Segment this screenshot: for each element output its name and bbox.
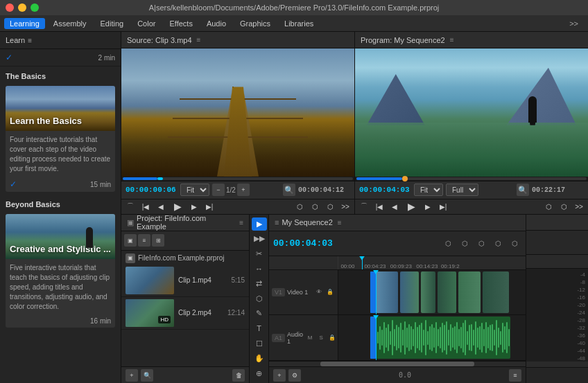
tl-tool-3[interactable]: ⬡ <box>474 236 488 250</box>
source-insert-btn[interactable]: ⬡ <box>309 200 321 213</box>
tutorial-card-creative[interactable]: Creative and Stylistic ... Five interact… <box>6 214 115 328</box>
maximize-button[interactable] <box>31 3 39 12</box>
tl-tool-5[interactable]: ⬡ <box>508 236 521 250</box>
tool-rect-btn[interactable]: ☐ <box>252 337 267 350</box>
timeline-scrollbar-thumb[interactable] <box>320 362 474 366</box>
source-play-btn[interactable]: ▶ <box>170 199 185 214</box>
timeline-timecode[interactable]: 00:00:04:03 <box>273 238 333 249</box>
menu-item-audio[interactable]: Audio <box>201 18 232 29</box>
learn-check-icon: ✓ <box>6 53 12 62</box>
menu-item-editing[interactable]: Editing <box>95 18 130 29</box>
basics-card-desc: Four interactive tutorials that cover ea… <box>10 131 111 178</box>
learn-menu-icon[interactable]: ≡ <box>28 37 32 44</box>
menu-item-graphics[interactable]: Graphics <box>234 18 276 29</box>
tool-rate-btn[interactable]: ⇄ <box>252 277 267 291</box>
project-new-bin-btn[interactable]: ▣ <box>124 234 137 247</box>
tool-hand-btn[interactable]: ✋ <box>252 352 267 366</box>
tool-select-btn[interactable]: ▶ <box>252 217 267 231</box>
video-lock-btn[interactable]: 🔒 <box>325 287 335 297</box>
audio-lock-btn[interactable]: 🔒 <box>327 333 337 343</box>
menu-item-color[interactable]: Color <box>132 18 161 29</box>
source-back-btn[interactable]: ◀ <box>155 200 167 213</box>
tool-slip-btn[interactable]: ⬡ <box>252 292 267 306</box>
project-icon-btn[interactable]: ⊞ <box>152 234 164 247</box>
menu-more-button[interactable]: >> <box>564 18 584 29</box>
program-step-fwd-btn[interactable]: ▶| <box>437 200 449 213</box>
source-more-btn[interactable]: >> <box>339 200 352 213</box>
source-fit-select[interactable]: Fit <box>180 184 209 196</box>
project-search-btn[interactable]: 🔍 <box>141 369 153 382</box>
project-file-item[interactable]: ▣ FileInfo.com Example.prproj <box>121 252 249 265</box>
ruler-mark-4: 00:19:2 <box>441 263 460 269</box>
program-magnify-btn[interactable]: 🔍 <box>517 184 529 196</box>
program-export-btn[interactable]: ⬡ <box>542 200 555 213</box>
source-mark-in-btn[interactable]: ⌒ <box>124 200 137 213</box>
menu-item-libraries[interactable]: Libraries <box>279 18 319 29</box>
source-timecode[interactable]: 00:00:00:06 <box>126 186 178 194</box>
tool-ripple-btn[interactable]: ↔ <box>252 262 267 276</box>
source-step-back-btn[interactable]: |◀ <box>139 200 152 213</box>
project-delete-btn[interactable]: 🗑 <box>232 369 245 382</box>
tl-tool-4[interactable]: ⬡ <box>491 236 505 250</box>
tl-add-track-btn[interactable]: + <box>273 369 286 382</box>
menu-item-learning[interactable]: Learning <box>4 18 45 29</box>
project-list-btn[interactable]: ≡ <box>138 234 150 247</box>
source-forward-btn[interactable]: ▶ <box>188 200 200 213</box>
program-timecode[interactable]: 00:00:04:03 <box>359 186 411 194</box>
project-panel-header: ▣ Project: FileInfo.com Example ≡ <box>121 215 249 231</box>
program-quality-select[interactable]: Full <box>446 184 478 196</box>
tool-pen-btn[interactable]: ✎ <box>252 307 267 321</box>
tl-clip-5[interactable] <box>458 271 481 314</box>
program-more-btn[interactable]: >> <box>573 200 585 213</box>
program-step-back-btn[interactable]: |◀ <box>373 200 386 213</box>
a1-toggle[interactable]: A1 <box>272 334 285 342</box>
project-menu-icon[interactable]: ≡ <box>239 219 243 226</box>
program-monitor-menu-icon[interactable]: ≡ <box>450 36 454 44</box>
tl-clip-2[interactable] <box>400 271 419 314</box>
program-fit-select[interactable]: Fit <box>414 184 443 196</box>
tl-clip-4[interactable] <box>438 271 456 314</box>
tl-settings2-btn[interactable]: ≡ <box>509 369 521 382</box>
timeline-menu-icon[interactable]: ≡ <box>338 219 342 226</box>
menu-item-assembly[interactable]: Assembly <box>48 18 92 29</box>
title-bar: A|sers/kellenbloom/Documents/Adobe/Premi… <box>0 0 588 15</box>
program-play-btn[interactable]: ▶ <box>404 199 419 214</box>
source-step-fwd-btn[interactable]: ▶| <box>203 200 216 213</box>
tl-settings-btn[interactable]: ⚙ <box>288 369 301 382</box>
audio-mute-btn[interactable]: M <box>305 333 315 343</box>
program-insert-btn[interactable]: ⬡ <box>557 200 570 213</box>
tl-clip-1[interactable] <box>376 271 398 314</box>
menu-item-effects[interactable]: Effects <box>164 18 198 29</box>
audio-clip-1[interactable] <box>376 317 510 359</box>
program-forward-btn[interactable]: ▶ <box>422 200 434 213</box>
program-mark-in-btn[interactable]: ⌒ <box>358 200 370 213</box>
right-panel: -4 -8 -12 -16 -20 -24 -28 -32 -36 -40 -4… <box>526 215 588 383</box>
source-monitor-menu-icon[interactable]: ≡ <box>197 36 201 44</box>
source-magnify-btn[interactable]: 🔍 <box>283 184 295 196</box>
source-export-btn[interactable]: ⬡ <box>293 200 306 213</box>
tool-razor-btn[interactable]: ✂ <box>252 247 267 261</box>
audio-solo-btn[interactable]: S <box>316 333 326 343</box>
tool-type-btn[interactable]: T <box>252 322 267 336</box>
timeline-scrollbar[interactable] <box>269 361 526 366</box>
tl-clip-6[interactable] <box>483 271 509 314</box>
tutorial-card-basics[interactable]: Learn the Basics Four interactive tutori… <box>6 86 115 192</box>
program-back-btn[interactable]: ◀ <box>388 200 401 213</box>
source-zoom-in-btn[interactable]: + <box>237 184 250 196</box>
source-zoom-out-btn[interactable]: − <box>212 184 225 196</box>
tool-track-select-btn[interactable]: ▶▶ <box>252 232 267 246</box>
project-add-btn[interactable]: + <box>126 369 138 382</box>
source-overwrite-btn[interactable]: ⬡ <box>324 200 336 213</box>
clip-row-2[interactable]: HD Clip 2.mp4 12:14 <box>121 297 249 330</box>
tl-clip-3[interactable] <box>421 271 436 314</box>
db-mark-2: -8 <box>580 279 585 285</box>
tl-tool-2[interactable]: ⬡ <box>458 236 472 250</box>
tl-tool-1[interactable]: ⬡ <box>441 236 455 250</box>
video-mute-btn[interactable]: 👁 <box>314 287 324 297</box>
v1-toggle[interactable]: V1 <box>272 288 285 296</box>
clip-row-1[interactable]: Clip 1.mp4 5:15 <box>121 265 249 297</box>
section-basics-title: The Basics <box>0 66 121 83</box>
minimize-button[interactable] <box>18 3 26 12</box>
close-button[interactable] <box>6 3 14 12</box>
tool-zoom-btn[interactable]: ⊕ <box>252 366 267 380</box>
